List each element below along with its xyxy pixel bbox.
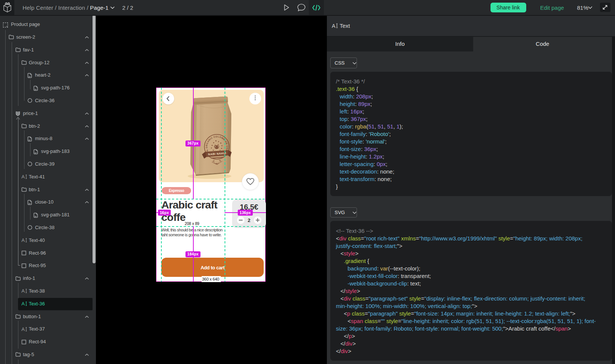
svg-text:A: A <box>21 288 25 293</box>
svg-text:A: A <box>21 174 25 179</box>
svg-text:A: A <box>332 23 336 29</box>
svg-text:A: A <box>21 327 25 332</box>
svg-text:A: A <box>21 301 25 306</box>
svg-text:A: A <box>21 238 25 243</box>
